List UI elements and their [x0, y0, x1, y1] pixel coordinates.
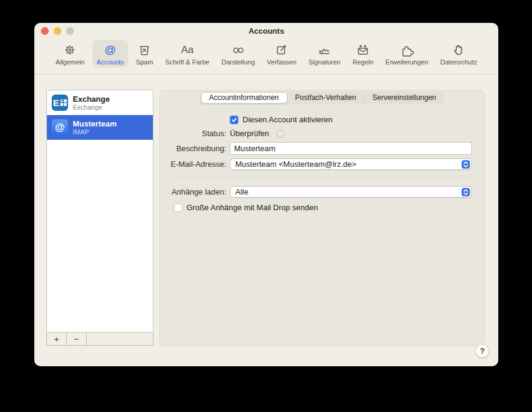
description-row: Beschreibung: Musterteam [160, 142, 484, 155]
zoom-button [66, 27, 74, 35]
at-icon: @ [105, 42, 116, 58]
toolbar-label: Erweiterungen [386, 58, 428, 66]
description-label: Beschreibung: [160, 144, 226, 153]
enable-account-checkbox[interactable] [230, 116, 238, 124]
toolbar-item-allgemein[interactable]: Allgemein [51, 40, 88, 67]
enable-account-row: Diesen Account aktivieren [230, 115, 484, 124]
form-separator [173, 178, 472, 178]
toolbar-label: Darstellung [221, 58, 255, 66]
glasses-icon [231, 42, 246, 58]
tab-accountinformationen[interactable]: Accountinformationen [200, 92, 287, 104]
toolbar-label: Allgemein [55, 58, 84, 66]
signature-icon [317, 42, 332, 58]
trash-x-icon [137, 42, 152, 58]
preferences-window: Accounts Allgemein @ Accounts Spam Aa Sc… [34, 23, 498, 366]
toolbar-label: Verfassen [267, 58, 297, 66]
tab-postfach-verhalten[interactable]: Postfach-Verhalten [287, 92, 363, 104]
maildrop-row: Große Anhänge mit Mail Drop senden [174, 203, 484, 212]
toolbar-item-regeln[interactable]: Regeln [348, 40, 378, 67]
enable-account-label: Diesen Account aktivieren [243, 115, 333, 124]
account-name: Musterteam [73, 119, 117, 128]
envelope-icon [356, 42, 370, 58]
main-area: E Exchange Exchange @ Musterteam IMAP [34, 75, 498, 366]
toolbar-item-accounts[interactable]: @ Accounts [93, 40, 128, 67]
remove-account-button[interactable]: − [67, 332, 87, 345]
email-address-popup[interactable]: Musterteam <Musterteam@lrz.de> [230, 158, 472, 170]
account-type: IMAP [73, 128, 117, 136]
email-popup-value: Musterteam <Musterteam@lrz.de> [235, 160, 356, 169]
email-label: E-Mail-Adresse: [160, 160, 226, 169]
gear-icon [63, 42, 77, 58]
minimize-button[interactable] [54, 27, 61, 35]
account-row-musterteam[interactable]: @ Musterteam IMAP [47, 115, 153, 140]
compose-icon [274, 42, 289, 58]
account-type: Exchange [73, 104, 110, 111]
toolbar-label: Regeln [353, 58, 374, 66]
tab-servereinstellungen[interactable]: Servereinstellungen [365, 92, 444, 104]
accounts-list: E Exchange Exchange @ Musterteam IMAP [46, 90, 153, 332]
account-row-exchange[interactable]: E Exchange Exchange [47, 90, 153, 115]
description-input[interactable]: Musterteam [230, 142, 472, 155]
hand-icon [451, 42, 466, 58]
maildrop-checkbox[interactable] [174, 204, 182, 212]
preferences-toolbar: Allgemein @ Accounts Spam Aa Schrift & F… [34, 39, 498, 75]
attachments-label: Anhänge laden: [160, 187, 226, 196]
toolbar-item-darstellung[interactable]: Darstellung [217, 40, 259, 67]
exchange-icon: E [52, 95, 68, 111]
toolbar-item-spam[interactable]: Spam [132, 40, 158, 67]
toolbar-label: Spam [136, 58, 153, 66]
at-account-icon: @ [52, 119, 68, 136]
account-detail-panel: Accountinformationen Postfach-Verhalten … [159, 90, 485, 346]
toolbar-label: Schrift & Farbe [165, 58, 209, 66]
toolbar-label: Accounts [97, 58, 124, 66]
email-row: E-Mail-Adresse: Musterteam <Musterteam@l… [160, 158, 484, 170]
close-button[interactable] [41, 27, 49, 35]
attachments-popup-value: Alle [235, 187, 249, 196]
account-list-toolbar: + − [46, 332, 153, 346]
toolbar-label: Signaturen [309, 58, 341, 66]
list-toolbar-filler [87, 332, 153, 345]
titlebar: Accounts [34, 23, 498, 39]
add-account-button[interactable]: + [47, 332, 67, 345]
popup-chevrons-icon [462, 188, 470, 196]
toolbar-label: Datenschutz [441, 58, 477, 66]
status-spinner [276, 130, 285, 138]
attachments-popup[interactable]: Alle [230, 186, 472, 198]
traffic-lights [41, 27, 74, 35]
account-info-form: Diesen Account aktivieren Status: Überpr… [160, 115, 484, 217]
window-title: Accounts [34, 23, 498, 40]
popup-chevrons-icon [462, 160, 470, 169]
toolbar-item-schrift-farbe[interactable]: Aa Schrift & Farbe [161, 40, 214, 67]
toolbar-item-signaturen[interactable]: Signaturen [305, 40, 345, 67]
toolbar-item-verfassen[interactable]: Verfassen [263, 40, 301, 67]
attachments-row: Anhänge laden: Alle [160, 186, 484, 198]
maildrop-label: Große Anhänge mit Mail Drop senden [187, 203, 318, 212]
status-value: Überprüfen [230, 129, 269, 138]
font-icon: Aa [181, 42, 194, 58]
status-label: Status: [160, 129, 226, 138]
account-tabs: Accountinformationen Postfach-Verhalten … [200, 92, 445, 104]
status-row: Status: Überprüfen [160, 129, 484, 138]
puzzle-icon [400, 42, 414, 58]
accounts-sidebar: E Exchange Exchange @ Musterteam IMAP [46, 90, 153, 346]
account-name: Exchange [73, 95, 110, 104]
toolbar-item-erweiterungen[interactable]: Erweiterungen [382, 40, 433, 67]
help-button[interactable]: ? [475, 344, 489, 358]
toolbar-item-datenschutz[interactable]: Datenschutz [436, 40, 481, 67]
